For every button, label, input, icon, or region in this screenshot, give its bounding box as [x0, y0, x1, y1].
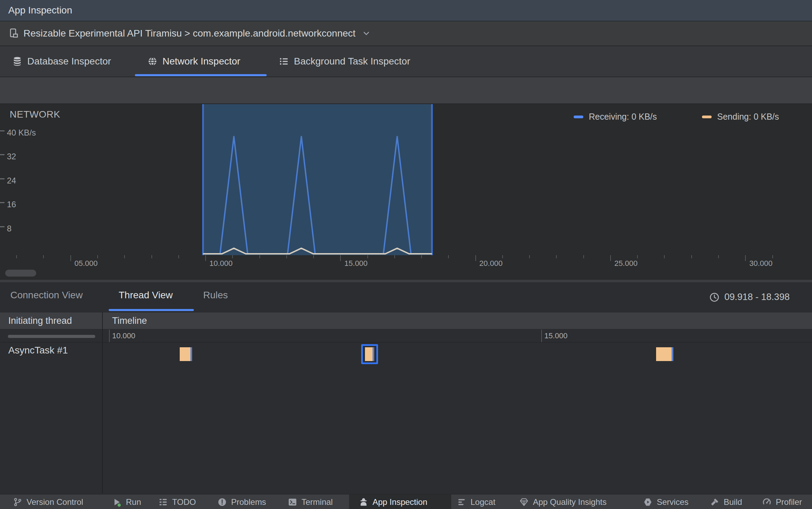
sending-swatch: [702, 116, 712, 118]
panel-splitter[interactable]: [0, 279, 812, 283]
toolwindow-version-control[interactable]: Version Control: [13, 495, 83, 509]
network-usage-chart[interactable]: [0, 104, 812, 255]
toolwindow-label: Version Control: [27, 497, 83, 507]
x-minor-tick: [772, 255, 773, 258]
selection-time-range: 09.918 - 18.398: [709, 292, 790, 302]
y-tick: [0, 202, 4, 203]
legend-item-receiving: Receiving: 0 KB/s: [574, 112, 657, 122]
x-major-tick: [340, 255, 341, 261]
toolwindow-todo[interactable]: TODO: [158, 495, 196, 509]
ruler-tick: [109, 330, 110, 342]
receiving-swatch: [574, 116, 583, 118]
x-tick-label: 10.000: [209, 259, 232, 268]
legend-item-sending: Sending: 0 KB/s: [702, 112, 779, 122]
x-minor-tick: [367, 255, 368, 258]
column-initiating-thread: Initiating thread: [8, 316, 72, 326]
ruler-tick-label: 15.000: [544, 331, 567, 340]
tool-window-bar: Version Control Run TODO Problems Termin…: [0, 494, 812, 509]
problems-icon: [217, 497, 227, 507]
active-tab-underline: [135, 74, 267, 76]
network-request-block-selected[interactable]: [361, 344, 378, 364]
x-tick-label: 25.000: [614, 259, 637, 268]
x-minor-tick: [232, 255, 233, 258]
toolwindow-build[interactable]: Build: [710, 495, 742, 509]
y-tick-label: 40 KB/s: [7, 128, 36, 138]
tab-thread-view[interactable]: Thread View: [119, 290, 173, 301]
tool-window-title: App Inspection: [8, 5, 72, 16]
toolwindow-label: App Quality Insights: [533, 497, 606, 507]
toolwindow-label: Terminal: [301, 497, 333, 507]
x-minor-tick: [583, 255, 584, 258]
terminal-icon: [288, 497, 297, 507]
network-request-block[interactable]: [656, 347, 673, 361]
x-minor-tick: [286, 255, 287, 258]
selection-right-handle[interactable]: [431, 104, 433, 255]
process-selector[interactable]: Resizable Experimental API Tiramisu > co…: [9, 26, 371, 41]
x-minor-tick: [664, 255, 665, 258]
toolwindow-label: Logcat: [471, 497, 495, 507]
chart-legend: Receiving: 0 KB/s Sending: 0 KB/s: [0, 112, 812, 123]
network-request-block[interactable]: [180, 347, 192, 361]
selection-left-handle[interactable]: [202, 104, 204, 255]
y-tick: [0, 226, 4, 227]
services-icon: [643, 497, 653, 507]
toolwindow-problems[interactable]: Problems: [217, 495, 266, 509]
x-minor-tick: [421, 255, 422, 258]
x-minor-tick: [97, 255, 98, 258]
toolwindow-app-quality-insights[interactable]: App Quality Insights: [519, 495, 606, 509]
x-minor-tick: [691, 255, 692, 258]
legend-label: Receiving: 0 KB/s: [589, 112, 657, 122]
toolwindow-label: Problems: [231, 497, 266, 507]
tab-network-inspector[interactable]: Network Inspector: [147, 46, 240, 77]
toolwindow-label: Build: [724, 497, 742, 507]
tab-connection-view[interactable]: Connection View: [10, 290, 83, 301]
x-minor-tick: [718, 255, 719, 258]
process-selector-label: Resizable Experimental API Tiramisu > co…: [23, 28, 356, 39]
x-minor-tick: [502, 255, 503, 258]
tab-database-inspector[interactable]: Database Inspector: [12, 46, 111, 77]
toolwindow-label: App Inspection: [373, 497, 427, 507]
column-timeline: Timeline: [112, 316, 147, 326]
toolwindow-profiler[interactable]: Profiler: [762, 495, 802, 509]
toolwindow-services[interactable]: Services: [643, 495, 689, 509]
gem-icon: [519, 497, 529, 507]
thread-column-scrollbar[interactable]: [8, 335, 95, 338]
toolwindow-label: Profiler: [776, 497, 802, 507]
ruler-tick: [541, 330, 542, 342]
x-minor-tick: [178, 255, 179, 258]
globe-icon: [147, 56, 158, 67]
todo-list-icon: [158, 497, 168, 507]
y-tick-label: 24: [7, 176, 16, 186]
x-minor-tick: [151, 255, 152, 258]
y-tick: [0, 178, 4, 179]
x-tick-label: 05.000: [75, 259, 98, 268]
toolwindow-logcat[interactable]: Logcat: [457, 495, 495, 509]
toolwindow-terminal[interactable]: Terminal: [288, 495, 333, 509]
chevron-down-icon[interactable]: [362, 29, 371, 38]
toolwindow-app-inspection[interactable]: App Inspection: [359, 495, 427, 509]
inspector-tab-bar: Database Inspector Network Inspector Bac…: [0, 46, 812, 77]
process-selector-row: Resizable Experimental API Tiramisu > co…: [0, 21, 812, 46]
tab-label: Network Inspector: [162, 56, 240, 67]
x-minor-tick: [16, 255, 17, 258]
x-minor-tick: [556, 255, 557, 258]
chart-horizontal-scrollbar[interactable]: [5, 270, 36, 277]
column-divider[interactable]: [102, 312, 103, 493]
tab-rules[interactable]: Rules: [203, 290, 228, 301]
legend-label: Sending: 0 KB/s: [717, 112, 779, 122]
task-list-icon: [279, 56, 289, 67]
database-icon: [12, 56, 22, 67]
timeline-ruler: 10.00015.000: [0, 330, 812, 342]
x-major-tick: [70, 255, 71, 261]
toolwindow-label: TODO: [172, 497, 196, 507]
x-minor-tick: [259, 255, 260, 258]
y-tick: [0, 154, 4, 155]
y-tick: [0, 130, 4, 131]
request-sending-fill: [365, 347, 375, 361]
app-inspection-window: App Inspection Resizable Experimental AP…: [0, 0, 812, 509]
toolwindow-run[interactable]: Run: [112, 495, 141, 509]
thread-name: AsyncTask #1: [8, 345, 68, 356]
inspector-toolbar-strip: [0, 77, 812, 103]
chart-selection-region[interactable]: [203, 104, 432, 255]
tab-background-task-inspector[interactable]: Background Task Inspector: [279, 46, 410, 77]
